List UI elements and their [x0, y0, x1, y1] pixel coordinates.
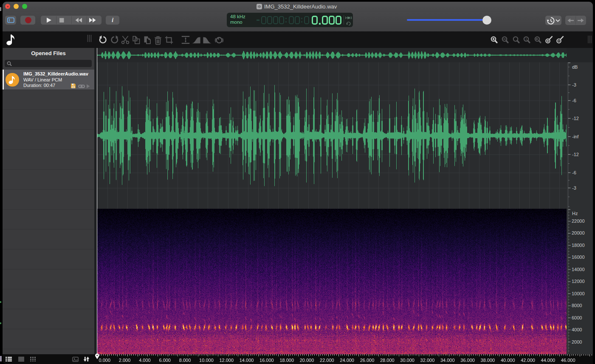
- svg-text:1: 1: [525, 37, 527, 41]
